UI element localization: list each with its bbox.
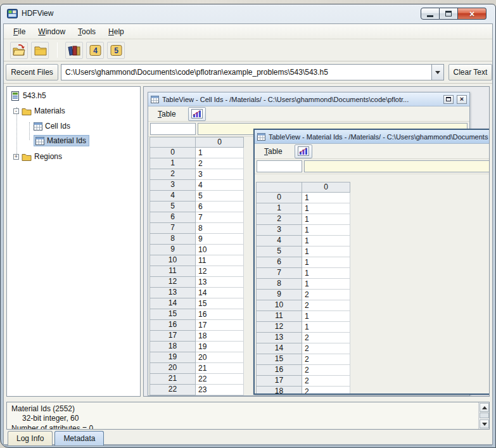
table-cell[interactable]: 8	[196, 223, 244, 234]
open-file-button[interactable]	[10, 42, 28, 59]
row-header[interactable]: 9	[256, 290, 302, 300]
table-cell[interactable]: 6	[196, 202, 244, 212]
row-header[interactable]: 0	[256, 193, 302, 203]
lineplot-button[interactable]	[295, 144, 312, 158]
row-header[interactable]: 10	[256, 300, 302, 311]
clear-text-button[interactable]: Clear Text	[448, 64, 492, 80]
table-cell[interactable]: 21	[196, 363, 244, 374]
row-header[interactable]: 4	[149, 191, 196, 202]
table-cell[interactable]: 13	[196, 277, 244, 288]
menu-help[interactable]: Help	[103, 25, 130, 38]
row-header[interactable]: 14	[149, 298, 196, 309]
tab-metadata[interactable]: Metadata	[54, 431, 104, 446]
row-header[interactable]: 3	[149, 180, 196, 191]
table-cell[interactable]: 1	[302, 225, 350, 236]
row-header[interactable]: 18	[256, 387, 302, 394]
table-cell[interactable]: 2	[302, 376, 350, 387]
table-cell[interactable]: 5	[196, 191, 244, 202]
table-cell[interactable]: 22	[196, 374, 244, 385]
row-header[interactable]: 17	[256, 376, 302, 387]
hdf5-library-button[interactable]: 5	[107, 42, 125, 59]
frame-close-button[interactable]: ×	[457, 95, 467, 104]
table-cell[interactable]: 17	[196, 320, 244, 331]
table-cell[interactable]: 9	[196, 234, 244, 245]
row-header[interactable]: 4	[256, 236, 302, 246]
close-button[interactable]: ×	[458, 8, 486, 20]
frame-titlebar[interactable]: TableView - Material Ids - /Materials/ -…	[255, 130, 490, 144]
row-header[interactable]: 0	[149, 148, 196, 158]
table-cell[interactable]: 2	[302, 290, 350, 300]
menu-file[interactable]: File	[8, 25, 31, 38]
row-header[interactable]: 2	[149, 169, 196, 180]
row-header[interactable]: 1	[149, 158, 196, 169]
minimize-button[interactable]	[421, 8, 440, 20]
table-cell[interactable]: 14	[196, 288, 244, 298]
tab-log-info[interactable]: Log Info	[8, 431, 53, 446]
row-header[interactable]: 13	[149, 288, 196, 298]
cell-address-field[interactable]	[150, 123, 196, 135]
row-header[interactable]: 10	[149, 255, 196, 266]
row-header[interactable]: 17	[149, 331, 196, 342]
table-cell[interactable]: 2	[302, 333, 350, 343]
table-cell[interactable]: 12	[196, 266, 244, 277]
table-cell[interactable]: 7	[196, 212, 244, 223]
row-header[interactable]: 8	[256, 279, 302, 290]
table-cell[interactable]: 1	[302, 193, 350, 203]
row-header[interactable]: 6	[149, 212, 196, 223]
table-cell[interactable]: 16	[196, 309, 244, 320]
table-cell[interactable]: 4	[196, 180, 244, 191]
table-cell[interactable]: 19	[196, 342, 244, 352]
row-header[interactable]: 9	[149, 245, 196, 255]
table-menu[interactable]: Table	[152, 108, 182, 120]
cell-value-field[interactable]	[304, 160, 490, 172]
close-file-button[interactable]	[31, 42, 49, 59]
row-header[interactable]: 20	[149, 363, 196, 374]
row-header[interactable]: 11	[149, 266, 196, 277]
table-cell[interactable]: 1	[302, 279, 350, 290]
table-cell[interactable]: 1	[302, 322, 350, 333]
recent-path-input[interactable]: C:\Users\ghammond\Documents\code\pflotra…	[61, 64, 431, 80]
table-cell[interactable]: 2	[302, 354, 350, 365]
row-header[interactable]: 14	[256, 343, 302, 354]
table-cell[interactable]: 3	[196, 169, 244, 180]
table-cell[interactable]: 2	[302, 387, 350, 394]
frame-maximize-button[interactable]	[443, 95, 454, 104]
row-header[interactable]: 16	[256, 365, 302, 376]
scrollbar-thumb[interactable]	[480, 413, 489, 418]
row-header[interactable]: 18	[149, 342, 196, 352]
table-cell[interactable]: 1	[302, 203, 350, 214]
table-cell[interactable]: 1	[302, 214, 350, 225]
tree-item-material-ids[interactable]: Material Ids	[34, 134, 89, 147]
table-cell[interactable]: 1	[302, 236, 350, 246]
table-cell[interactable]: 1	[302, 268, 350, 279]
row-header[interactable]: 5	[149, 202, 196, 212]
table-cell[interactable]: 15	[196, 298, 244, 309]
row-header[interactable]: 2	[256, 214, 302, 225]
lineplot-button[interactable]	[188, 107, 206, 121]
table-cell[interactable]: 1	[196, 148, 244, 158]
row-header[interactable]: 12	[256, 322, 302, 333]
scroll-up-button[interactable]	[480, 403, 489, 412]
row-header[interactable]: 12	[149, 277, 196, 288]
table-cell[interactable]: 10	[196, 245, 244, 255]
row-header[interactable]: 11	[256, 311, 302, 322]
row-header[interactable]: 21	[149, 374, 196, 385]
table-cell[interactable]: 18	[196, 331, 244, 342]
recent-files-button[interactable]: Recent Files	[6, 64, 58, 80]
row-header[interactable]: 8	[149, 234, 196, 245]
table-cell[interactable]: 2	[196, 158, 244, 169]
row-header[interactable]: 7	[149, 223, 196, 234]
maximize-button[interactable]	[440, 8, 458, 20]
table-cell[interactable]: 2	[302, 365, 350, 376]
scroll-down-button[interactable]	[480, 419, 489, 428]
row-header[interactable]: 22	[149, 385, 196, 395]
menu-tools[interactable]: Tools	[72, 25, 101, 38]
table-cell[interactable]: 20	[196, 352, 244, 363]
table-cell[interactable]: 1	[302, 246, 350, 257]
row-header[interactable]: 6	[256, 257, 302, 268]
table-cell[interactable]: 1	[302, 311, 350, 322]
row-header[interactable]: 7	[256, 268, 302, 279]
column-header[interactable]: 0	[196, 137, 244, 148]
tree-expand-handle[interactable]: +	[13, 154, 19, 160]
tree-item-materials[interactable]: - Materials	[13, 105, 65, 117]
